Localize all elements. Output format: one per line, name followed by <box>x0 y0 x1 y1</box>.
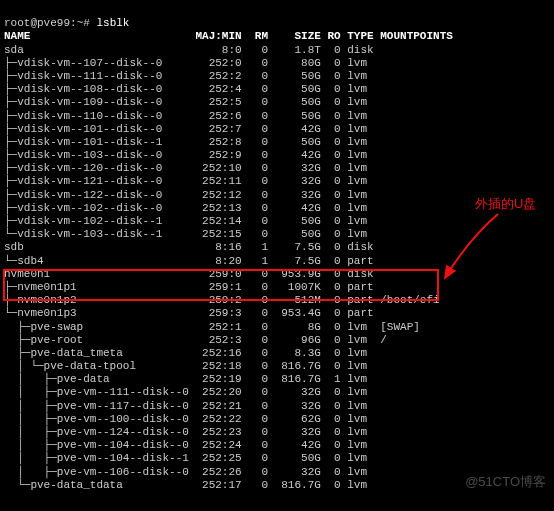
annotation-text: 外插的U盘 <box>475 196 536 212</box>
command-text: lsblk <box>96 17 129 29</box>
shell-prompt: root@pve99:~# <box>4 17 96 29</box>
terminal-output: root@pve99:~# lsblk NAME MAJ:MIN RM SIZE… <box>0 0 554 496</box>
lsblk-body: sda 8:0 0 1.8T 0 disk ├─vdisk-vm--107--d… <box>4 44 440 491</box>
watermark: @51CTO博客 <box>465 474 546 490</box>
lsblk-header: NAME MAJ:MIN RM SIZE RO TYPE MOUNTPOINTS <box>4 30 453 42</box>
